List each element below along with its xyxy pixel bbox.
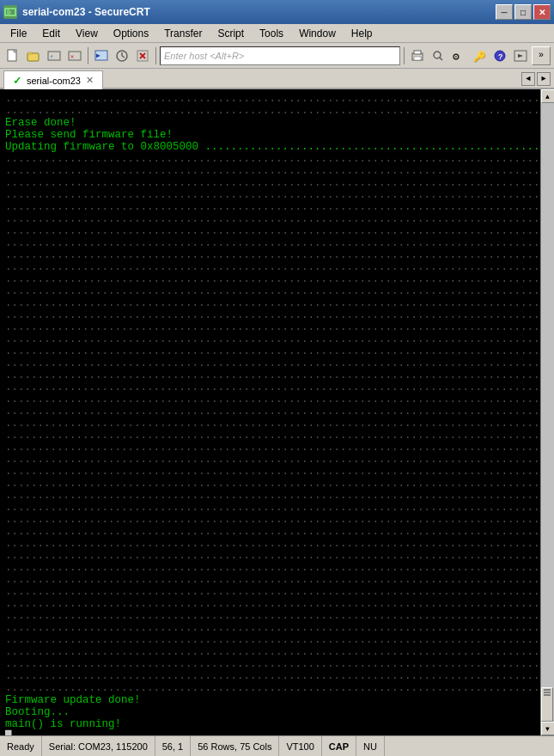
status-bar: Ready Serial: COM23, 115200 56, 1 56 Row… (0, 735, 554, 756)
toolbar-separator-3 (404, 47, 405, 64)
toolbar-separator-2 (155, 47, 156, 64)
title-bar-left: serial-com23 - SecureCRT (3, 5, 150, 19)
tab-nav-right[interactable]: ► (537, 72, 551, 86)
tab-bar: ✓ serial-com23 ✕ ◄ ► (0, 69, 554, 89)
svg-text:▶: ▶ (96, 52, 100, 59)
title-buttons: ─ □ ✕ (496, 4, 551, 20)
window-title: serial-com23 - SecureCRT (22, 6, 150, 18)
menu-edit[interactable]: Edit (35, 25, 67, 42)
tab-check-icon: ✓ (13, 75, 21, 87)
toolbar-btn-help[interactable]: ? (490, 46, 509, 65)
menu-transfer[interactable]: Transfer (157, 25, 209, 42)
svg-text:⚙: ⚙ (453, 51, 460, 63)
toolbar-scroll-right[interactable]: » (532, 46, 551, 65)
svg-line-16 (122, 56, 125, 58)
tab-nav: ◄ ► (521, 72, 551, 88)
minimize-button[interactable]: ─ (496, 4, 513, 20)
toolbar-btn-6[interactable] (113, 46, 131, 65)
menu-bar: File Edit View Options Transfer Script T… (0, 24, 554, 43)
toolbar-btn-1[interactable] (3, 46, 22, 65)
status-dimensions: 56 Rows, 75 Cols (191, 736, 279, 756)
title-bar: serial-com23 - SecureCRT ─ □ ✕ (0, 0, 554, 24)
tab-serial-com23[interactable]: ✓ serial-com23 ✕ (3, 70, 103, 89)
status-numlock: NU (356, 736, 385, 756)
toolbar-btn-5[interactable]: ▶ (92, 46, 111, 65)
status-position: 56, 1 (155, 736, 191, 756)
toolbar-btn-key[interactable]: 🔑 (470, 46, 489, 65)
tab-close-icon[interactable]: ✕ (86, 75, 94, 86)
scrollbar-up-btn[interactable]: ▲ (541, 89, 555, 103)
scrollbar-thumb[interactable] (541, 687, 553, 722)
scrollbar[interactable]: ▲ ▼ (540, 89, 554, 735)
close-button[interactable]: ✕ (533, 4, 551, 20)
toolbar-btn-settings[interactable]: ⚙ (449, 46, 468, 65)
terminal-output[interactable]: ........................................… (0, 89, 540, 735)
status-serial: Serial: COM23, 115200 (42, 736, 155, 756)
svg-rect-21 (414, 51, 421, 54)
scrollbar-grip-3 (544, 694, 551, 696)
toolbar-separator-1 (88, 47, 88, 64)
svg-text:🔑: 🔑 (473, 50, 486, 63)
scrollbar-down-btn[interactable]: ▼ (541, 722, 555, 735)
tab-nav-left[interactable]: ◄ (521, 72, 535, 86)
scrollbar-track[interactable] (541, 103, 554, 722)
menu-tools[interactable]: Tools (253, 25, 290, 42)
toolbar-btn-print[interactable] (408, 46, 427, 65)
status-emulation: VT100 (279, 736, 321, 756)
svg-text:⚡: ⚡ (50, 53, 53, 60)
toolbar: ⚡ ✕ ▶ Enter host <Alt+R> ⚙ 🔑 ? » (0, 43, 554, 69)
svg-rect-6 (27, 53, 39, 61)
scrollbar-grip-1 (544, 689, 551, 691)
svg-point-23 (434, 52, 441, 58)
scrollbar-grip-2 (544, 692, 551, 693)
toolbar-btn-send[interactable] (511, 46, 530, 65)
address-placeholder: Enter host <Alt+R> (164, 51, 244, 61)
status-caps: CAP (322, 736, 356, 756)
menu-file[interactable]: File (3, 25, 33, 42)
menu-options[interactable]: Options (107, 25, 155, 42)
status-ready: Ready (3, 736, 42, 756)
toolbar-btn-2[interactable] (24, 46, 43, 65)
address-bar[interactable]: Enter host <Alt+R> (160, 46, 400, 65)
svg-text:?: ? (498, 53, 502, 62)
terminal-container: ........................................… (0, 89, 554, 735)
svg-rect-7 (27, 52, 33, 54)
menu-help[interactable]: Help (344, 25, 380, 42)
menu-view[interactable]: View (69, 25, 105, 42)
maximize-button[interactable]: □ (514, 4, 532, 20)
toolbar-btn-7[interactable] (133, 46, 152, 65)
tab-label: serial-com23 (27, 76, 81, 86)
svg-rect-22 (414, 57, 421, 60)
menu-window[interactable]: Window (292, 25, 343, 42)
menu-script[interactable]: Script (210, 25, 251, 42)
toolbar-btn-4[interactable]: ✕ (65, 46, 84, 65)
toolbar-btn-find[interactable] (429, 46, 447, 65)
toolbar-btn-3[interactable]: ⚡ (45, 46, 64, 65)
svg-text:✕: ✕ (70, 53, 74, 60)
app-icon (3, 5, 17, 19)
svg-line-24 (440, 58, 442, 60)
